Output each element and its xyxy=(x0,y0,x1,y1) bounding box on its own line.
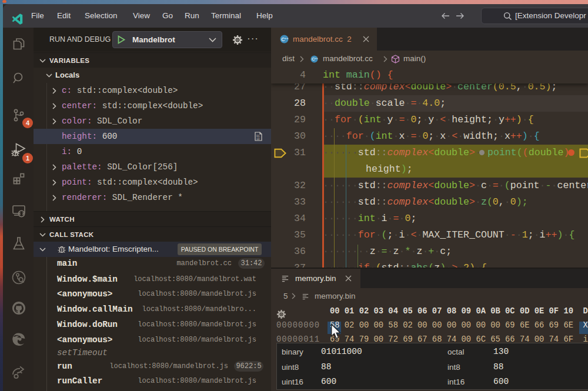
svg-text:++: ++ xyxy=(285,36,288,40)
svg-text:++: ++ xyxy=(315,57,318,60)
svg-text:10: 10 xyxy=(256,138,260,141)
